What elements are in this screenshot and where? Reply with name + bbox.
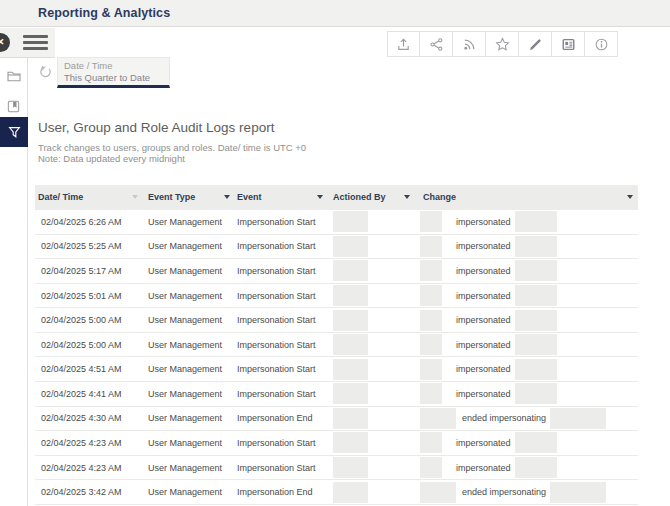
column-header[interactable]: Event <box>235 185 328 210</box>
cell-date-time: 02/04/2025 4:41 AM <box>35 382 143 406</box>
table-row: 02/04/2025 4:23 AMUser ManagementImperso… <box>35 431 638 456</box>
cell-date-time: 02/04/2025 4:51 AM <box>35 357 143 381</box>
cell-change: ended impersonating <box>415 480 638 504</box>
cell-change: impersonated <box>415 431 638 455</box>
cell-event-type: User Management <box>143 382 235 406</box>
cell-change: impersonated <box>415 382 638 406</box>
redaction-box <box>515 334 557 355</box>
column-dropdown-arrow-icon[interactable] <box>317 195 323 199</box>
bookmark-icon <box>6 99 21 114</box>
cell-change: impersonated <box>415 210 638 234</box>
sidebar-item-filters[interactable] <box>0 117 28 147</box>
table-row: 02/04/2025 4:23 AMUser ManagementImperso… <box>35 456 638 481</box>
table-body: 02/04/2025 6:26 AMUser ManagementImperso… <box>35 210 638 506</box>
column-dropdown-arrow-icon[interactable] <box>132 195 138 199</box>
column-header[interactable]: Date/ Time <box>35 185 143 210</box>
table-row: 02/04/2025 4:30 AMUser ManagementImperso… <box>35 407 638 432</box>
table-row: 02/04/2025 6:26 AMUser ManagementImperso… <box>35 210 638 235</box>
cell-date-time: 02/04/2025 5:17 AM <box>35 259 143 283</box>
cell-date-time: 02/04/2025 4:23 AM <box>35 431 143 455</box>
redaction-box <box>420 236 442 257</box>
redaction-box <box>515 359 557 380</box>
cell-date-time: 02/04/2025 5:00 AM <box>35 308 143 332</box>
cell-event-type: User Management <box>143 407 235 431</box>
redaction-box <box>333 383 368 404</box>
collapse-close-icon[interactable]: ✕ <box>0 33 10 52</box>
column-dropdown-arrow-icon[interactable] <box>404 195 410 199</box>
column-header[interactable]: Actioned By <box>328 185 415 210</box>
sidebar-item-folders[interactable] <box>0 62 27 90</box>
redaction-box <box>420 457 442 478</box>
redaction-box <box>333 285 368 306</box>
column-header[interactable]: Event Type <box>143 185 235 210</box>
audit-log-table: Date/ TimeEvent TypeEventActioned ByChan… <box>35 185 638 506</box>
table-row: 02/04/2025 4:51 AMUser ManagementImperso… <box>35 357 638 382</box>
filter-tab-value: This Quarter to Date <box>64 72 169 84</box>
cell-actioned-by <box>328 308 415 332</box>
redaction-box <box>333 236 368 257</box>
redaction-box <box>420 482 456 503</box>
table-row: 02/04/2025 4:41 AMUser ManagementImperso… <box>35 382 638 407</box>
cell-actioned-by <box>328 284 415 308</box>
cell-event: Impersonation Start <box>235 357 328 381</box>
report-view-button[interactable] <box>552 31 585 57</box>
redaction-box <box>550 482 606 503</box>
cell-event: Impersonation Start <box>235 284 328 308</box>
annotate-button[interactable] <box>519 31 552 57</box>
undo-icon <box>38 64 53 79</box>
cell-event-type: User Management <box>143 456 235 480</box>
change-text: impersonated <box>456 463 511 473</box>
cell-event-type: User Management <box>143 357 235 381</box>
filter-tab-date-time[interactable]: Date / Time This Quarter to Date <box>57 57 170 88</box>
cell-event-type: User Management <box>143 333 235 357</box>
cell-event: Impersonation Start <box>235 259 328 283</box>
redaction-box <box>515 383 557 404</box>
cell-date-time: 02/04/2025 4:23 AM <box>35 456 143 480</box>
info-button[interactable] <box>585 31 618 57</box>
cell-event: Impersonation Start <box>235 210 328 234</box>
cell-event-type: User Management <box>143 210 235 234</box>
redaction-box <box>333 310 368 331</box>
change-text: impersonated <box>456 315 511 325</box>
undo-button[interactable] <box>38 64 53 83</box>
report-toolbar <box>387 31 618 57</box>
export-button[interactable] <box>387 31 420 57</box>
column-header-label: Event <box>237 192 262 202</box>
cell-event-type: User Management <box>143 235 235 259</box>
column-dropdown-arrow-icon[interactable] <box>224 195 230 199</box>
menu-button[interactable]: ✕ <box>0 28 55 58</box>
cell-actioned-by <box>328 480 415 504</box>
change-text: impersonated <box>456 340 511 350</box>
column-header[interactable]: Change <box>415 185 638 210</box>
table-row: 02/04/2025 5:00 AMUser ManagementImperso… <box>35 308 638 333</box>
cell-event: Impersonation Start <box>235 456 328 480</box>
cell-date-time: 02/04/2025 5:01 AM <box>35 284 143 308</box>
redaction-box <box>333 211 368 232</box>
favorite-button[interactable] <box>486 31 519 57</box>
app-title: Reporting & Analytics <box>38 6 170 20</box>
table-row: 02/04/2025 5:17 AMUser ManagementImperso… <box>35 259 638 284</box>
cell-actioned-by <box>328 407 415 431</box>
favorite-star-icon <box>495 37 510 52</box>
column-dropdown-arrow-icon[interactable] <box>627 195 633 199</box>
redaction-box <box>420 285 442 306</box>
change-text: impersonated <box>456 291 511 301</box>
redaction-box <box>333 260 368 281</box>
subscribe-button[interactable] <box>453 31 486 57</box>
report-view-icon <box>561 37 576 52</box>
report-description: Track changes to users, groups and roles… <box>38 142 306 153</box>
share-button[interactable] <box>420 31 453 57</box>
redaction-box <box>333 359 368 380</box>
redaction-box <box>515 260 557 281</box>
sidebar-item-bookmarks[interactable] <box>0 92 27 120</box>
cell-event-type: User Management <box>143 431 235 455</box>
redaction-box <box>515 310 557 331</box>
cell-actioned-by <box>328 259 415 283</box>
share-icon <box>429 37 444 52</box>
subscribe-feed-icon <box>462 37 477 52</box>
redaction-box <box>420 408 456 429</box>
cell-actioned-by <box>328 382 415 406</box>
cell-actioned-by <box>328 210 415 234</box>
cell-date-time: 02/04/2025 5:25 AM <box>35 235 143 259</box>
annotate-pencil-icon <box>528 37 543 52</box>
